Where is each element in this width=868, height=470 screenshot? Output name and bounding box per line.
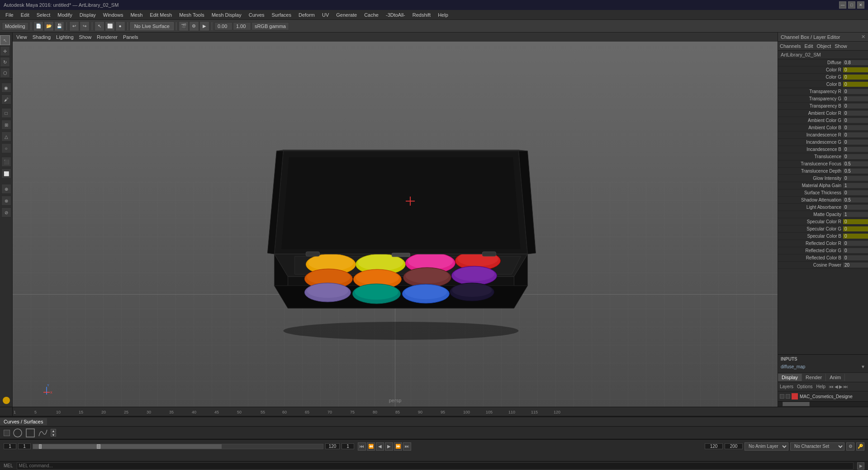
attr-value-19[interactable]: 0.5 bbox=[843, 197, 868, 202]
menu-item-dtoall[interactable]: -3DtoAll- bbox=[382, 11, 409, 19]
tool-4[interactable]: ○ bbox=[1, 143, 11, 153]
menu-item-display[interactable]: Display bbox=[76, 11, 100, 19]
attr-value-3[interactable]: 0 bbox=[843, 82, 868, 87]
vp-menu-shading[interactable]: Shading bbox=[31, 34, 52, 40]
vp-menu-lighting[interactable]: Lighting bbox=[54, 34, 76, 40]
menu-item-modify[interactable]: Modify bbox=[54, 11, 76, 19]
main-viewport[interactable]: persp Y X bbox=[13, 33, 778, 407]
mel-arrow-btn[interactable]: ▶ bbox=[857, 462, 864, 470]
circle-shape-icon[interactable] bbox=[13, 428, 23, 438]
menu-item-curves[interactable]: Curves bbox=[245, 11, 268, 19]
attr-value-23[interactable]: 0 bbox=[843, 226, 868, 231]
attr-value-18[interactable]: 0 bbox=[843, 190, 868, 195]
options-tab[interactable]: Options bbox=[797, 384, 812, 389]
timeline-ruler-area[interactable]: 1 5 10 15 20 25 30 35 40 45 50 55 60 65 … bbox=[13, 407, 868, 416]
menu-item-generate[interactable]: Generate bbox=[332, 11, 360, 19]
render-view-btn[interactable]: 🎬 bbox=[179, 21, 189, 31]
color-space-dropdown[interactable]: sRGB gamma bbox=[251, 22, 289, 30]
range-thumb[interactable] bbox=[97, 444, 100, 449]
render-settings-btn[interactable]: ⚙ bbox=[189, 21, 199, 31]
select-btn[interactable]: ↖ bbox=[95, 21, 104, 31]
layer-last-btn[interactable]: ⏭ bbox=[844, 384, 848, 389]
attr-value-1[interactable]: 0 bbox=[843, 67, 868, 72]
value-input-1[interactable] bbox=[214, 22, 232, 30]
attr-value-2[interactable]: 0 bbox=[843, 75, 868, 80]
step-forward-btn[interactable]: ⏩ bbox=[394, 442, 402, 451]
channels-tab[interactable]: Channels bbox=[780, 43, 801, 49]
minimize-button[interactable]: — bbox=[839, 1, 846, 9]
attr-value-5[interactable]: 0 bbox=[843, 96, 868, 101]
right-panel-scrollbar[interactable] bbox=[778, 401, 868, 407]
attr-value-21[interactable]: 1 bbox=[843, 212, 868, 217]
lasso-btn[interactable]: ⬜ bbox=[105, 21, 115, 31]
edit-tab[interactable]: Edit bbox=[804, 43, 813, 49]
menu-item-surfaces[interactable]: Surfaces bbox=[268, 11, 295, 19]
layer-first-btn[interactable]: ⏮ bbox=[829, 384, 834, 389]
disp-tab-render[interactable]: Render bbox=[802, 374, 826, 381]
vp-menu-renderer[interactable]: Renderer bbox=[95, 34, 119, 40]
go-to-end-btn[interactable]: ⏭ bbox=[403, 442, 411, 451]
attr-value-4[interactable]: 0 bbox=[843, 89, 868, 94]
vp-menu-view[interactable]: View bbox=[14, 34, 29, 40]
attr-value-27[interactable]: 0 bbox=[843, 255, 868, 260]
mode-dropdown[interactable]: Modeling bbox=[2, 22, 28, 30]
tool-8[interactable]: ⊗ bbox=[1, 196, 11, 206]
timeline-ruler[interactable]: 1 5 10 15 20 25 30 35 40 45 50 55 60 65 … bbox=[0, 407, 868, 416]
diffuse-map-label[interactable]: diffuse_map bbox=[781, 364, 861, 369]
close-button[interactable]: ✕ bbox=[857, 1, 864, 9]
menu-item-meshdisplay[interactable]: Mesh Display bbox=[208, 11, 245, 19]
inc-btn[interactable]: ▲ bbox=[51, 429, 56, 432]
disp-tab-anim[interactable]: Anim bbox=[826, 374, 845, 381]
layers-tab[interactable]: Layers bbox=[780, 384, 793, 389]
menu-item-edit[interactable]: Edit bbox=[17, 11, 33, 19]
attr-value-20[interactable]: 0 bbox=[843, 205, 868, 210]
attr-value-10[interactable]: 0 bbox=[843, 132, 868, 137]
attr-value-28[interactable]: 20 bbox=[843, 263, 868, 268]
menu-item-redshift[interactable]: Redshift bbox=[409, 11, 434, 19]
scale-tool-btn[interactable]: ⬡ bbox=[0, 68, 10, 78]
menu-item-deform[interactable]: Deform bbox=[295, 11, 318, 19]
channel-box-close[interactable]: ✕ bbox=[861, 34, 865, 40]
move-tool-btn[interactable]: ✛ bbox=[0, 46, 10, 56]
start-frame-input[interactable] bbox=[4, 443, 16, 449]
value-input-2[interactable] bbox=[233, 22, 251, 30]
tool-1[interactable]: □ bbox=[1, 108, 11, 118]
step-back-btn[interactable]: ⏪ bbox=[367, 442, 375, 451]
show-tab[interactable]: Show bbox=[835, 43, 847, 49]
play-forward-btn[interactable]: ▶ bbox=[385, 442, 393, 451]
maximize-button[interactable]: □ bbox=[848, 1, 855, 9]
paint-btn[interactable]: ● bbox=[115, 21, 125, 31]
attr-value-16[interactable]: 0 bbox=[843, 176, 868, 181]
select-tool-btn[interactable]: ↖ bbox=[0, 35, 10, 45]
new-file-btn[interactable]: 📄 bbox=[33, 21, 43, 31]
attr-value-6[interactable]: 0 bbox=[843, 103, 868, 108]
layer-prev-btn[interactable]: ◀ bbox=[835, 384, 838, 389]
tool-5[interactable]: ⬛ bbox=[1, 157, 11, 167]
range-end-1[interactable] bbox=[705, 443, 723, 449]
end-frame-input[interactable] bbox=[325, 443, 340, 449]
render-seq-btn[interactable]: ▶ bbox=[199, 21, 209, 31]
attr-value-25[interactable]: 0 bbox=[843, 241, 868, 246]
vp-menu-panels[interactable]: Panels bbox=[121, 34, 140, 40]
no-char-set-dropdown[interactable]: No Character Set bbox=[790, 442, 844, 451]
range-end-2[interactable] bbox=[725, 443, 743, 449]
undo-btn[interactable]: ↩ bbox=[69, 21, 79, 31]
attr-value-22[interactable]: 0 bbox=[843, 219, 868, 224]
attr-value-14[interactable]: 0.5 bbox=[843, 161, 868, 166]
dec-btn[interactable]: ▼ bbox=[51, 433, 56, 437]
attr-value-13[interactable]: 0 bbox=[843, 154, 868, 159]
menu-item-select[interactable]: Select bbox=[33, 11, 54, 19]
tool-3[interactable]: △ bbox=[1, 132, 11, 141]
rotate-tool-btn[interactable]: ↻ bbox=[0, 57, 10, 67]
menu-item-meshtools[interactable]: Mesh Tools bbox=[175, 11, 208, 19]
attr-value-17[interactable]: 1 bbox=[843, 183, 868, 188]
open-file-btn[interactable]: 📂 bbox=[44, 21, 54, 31]
layer-render-toggle[interactable] bbox=[786, 394, 790, 399]
menu-item-help[interactable]: Help bbox=[434, 11, 452, 19]
soft-select-btn[interactable]: ◉ bbox=[1, 83, 11, 93]
current-frame-input-1[interactable] bbox=[18, 443, 31, 449]
attr-value-15[interactable]: 0.5 bbox=[843, 169, 868, 174]
tool-2[interactable]: ⊞ bbox=[1, 120, 11, 130]
curve-shape-icon[interactable] bbox=[38, 428, 48, 438]
anim-settings-btn[interactable]: 🔑 bbox=[856, 442, 864, 451]
